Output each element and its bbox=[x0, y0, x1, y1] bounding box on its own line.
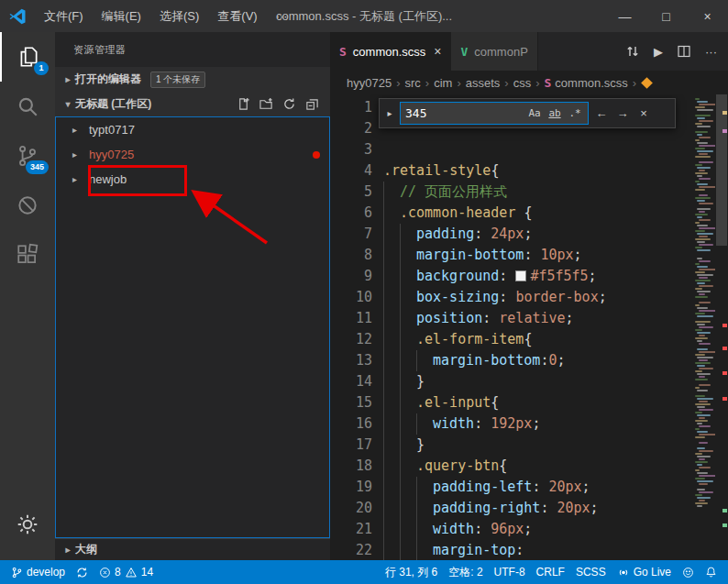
status-bar: develop 8 14 行 31, 列 6 空格: 2 UTF-8 CRLF … bbox=[0, 560, 728, 584]
go-live-item[interactable]: Go Live bbox=[612, 566, 677, 578]
line-content: padding-left: 20px; bbox=[383, 477, 590, 498]
tree-item-newjob[interactable]: ▸newjob bbox=[56, 167, 329, 192]
breadcrumb-item[interactable]: hyy0725 bbox=[347, 76, 392, 90]
editor-actions: ▶ ··· bbox=[614, 32, 728, 71]
line-number: 22 bbox=[330, 540, 383, 560]
menu-file[interactable]: 文件(F) bbox=[35, 0, 93, 32]
breadcrumb-separator-icon: › bbox=[633, 76, 636, 90]
maximize-icon[interactable]: □ bbox=[645, 0, 687, 32]
menu-view[interactable]: 查看(V) bbox=[208, 0, 266, 32]
line-number: 11 bbox=[330, 308, 383, 329]
outline-section[interactable]: ▸ 大纲 bbox=[55, 538, 330, 560]
code-line: 5// 页面公用样式 bbox=[330, 182, 693, 203]
tree-item-typt0717[interactable]: ▸typt0717 bbox=[56, 117, 329, 142]
breadcrumb-item[interactable]: cim bbox=[434, 76, 452, 90]
tab-common-scss[interactable]: S common.scss × bbox=[330, 32, 451, 71]
sync-changes-icon[interactable] bbox=[625, 44, 640, 59]
code-token: : bbox=[515, 542, 524, 558]
collapse-all-icon[interactable] bbox=[305, 97, 319, 111]
breadcrumb-item[interactable]: assets bbox=[466, 76, 501, 90]
indentation[interactable]: 空格: 2 bbox=[443, 565, 488, 580]
sync-icon[interactable] bbox=[71, 567, 94, 578]
cursor-position[interactable]: 行 31, 列 6 bbox=[380, 565, 443, 580]
eol-sequence[interactable]: CRLF bbox=[531, 566, 570, 578]
new-file-icon[interactable] bbox=[237, 97, 250, 111]
extensions-icon[interactable] bbox=[0, 230, 55, 280]
vue-file-icon: V bbox=[460, 45, 468, 59]
explorer-icon[interactable]: 1 bbox=[0, 32, 55, 82]
regex-icon[interactable]: .* bbox=[567, 107, 583, 119]
toggle-replace-icon[interactable]: ▸ bbox=[384, 108, 395, 118]
window-controls: — □ × bbox=[604, 0, 728, 32]
code-token: : bbox=[482, 310, 499, 326]
error-count: 8 bbox=[115, 566, 121, 578]
minimap[interactable] bbox=[693, 94, 715, 560]
statusbar-right: 行 31, 列 6 空格: 2 UTF-8 CRLF SCSS Go Live bbox=[380, 565, 722, 580]
line-number: 9 bbox=[330, 266, 383, 287]
code-token: padding-left bbox=[433, 479, 532, 495]
open-editors-section[interactable]: ▸ 打开的编辑器 1 个未保存 bbox=[55, 67, 330, 92]
code-content[interactable]: 1234.retail-style{5// 页面公用样式6.common-hea… bbox=[330, 94, 693, 560]
refresh-icon[interactable] bbox=[282, 97, 296, 111]
blocked-circle-icon[interactable] bbox=[0, 181, 55, 230]
source-control-icon[interactable]: 345 bbox=[0, 131, 55, 181]
code-token: ; bbox=[524, 226, 532, 242]
close-icon[interactable]: × bbox=[687, 0, 728, 32]
breadcrumb-item[interactable]: common.scss bbox=[555, 76, 627, 90]
breadcrumb-item[interactable]: src bbox=[405, 76, 421, 90]
indent-guide bbox=[416, 498, 433, 519]
feedback-icon[interactable] bbox=[677, 567, 700, 578]
indent-guide bbox=[416, 477, 433, 498]
indent-guide bbox=[383, 182, 400, 203]
explorer-actions bbox=[237, 97, 330, 111]
workspace-section[interactable]: ▾ 无标题 (工作区) bbox=[55, 92, 330, 116]
tree-item-hyy0725[interactable]: ▸hyy0725 bbox=[56, 142, 329, 167]
indent-guide bbox=[383, 498, 400, 519]
code-line: 19padding-left: 20px; bbox=[330, 477, 693, 498]
code-line: 8margin-bottom: 10px; bbox=[330, 245, 693, 266]
code-token: { bbox=[524, 331, 532, 347]
code-token: ; bbox=[524, 521, 532, 537]
menu-selection[interactable]: 选择(S) bbox=[150, 0, 208, 32]
tab-close-icon[interactable]: × bbox=[434, 44, 441, 59]
new-folder-icon[interactable] bbox=[259, 97, 273, 111]
problems-item[interactable]: 8 14 bbox=[94, 566, 159, 578]
editor-scrollbar[interactable] bbox=[715, 94, 728, 560]
indent-guide bbox=[383, 540, 400, 560]
window-title: common.scss - 无标题 (工作区)... bbox=[276, 8, 452, 25]
indent-guide bbox=[416, 540, 433, 560]
code-line: 14} bbox=[330, 371, 693, 392]
code-token: #f5f5f5 bbox=[530, 268, 588, 284]
file-tree[interactable]: ▸typt0717▸hyy0725▸newjob bbox=[55, 116, 330, 538]
line-content: padding-right: 20px; bbox=[383, 498, 599, 519]
indent-guide bbox=[400, 371, 416, 392]
more-actions-icon[interactable]: ··· bbox=[705, 45, 717, 59]
git-branch-item[interactable]: develop bbox=[6, 566, 71, 578]
breadcrumb-item[interactable]: css bbox=[513, 76, 532, 90]
tab-commonp[interactable]: V commonP bbox=[451, 32, 537, 71]
menu-edit[interactable]: 编辑(E) bbox=[93, 0, 150, 32]
search-icon[interactable] bbox=[0, 82, 55, 131]
notifications-bell-icon[interactable] bbox=[700, 566, 722, 578]
find-next-icon[interactable]: → bbox=[614, 106, 631, 120]
line-content: .common-header { bbox=[383, 203, 533, 224]
match-case-icon[interactable]: Aa bbox=[526, 107, 543, 119]
find-close-icon[interactable]: × bbox=[635, 106, 652, 120]
code-token: : bbox=[499, 268, 515, 284]
whole-word-icon[interactable]: ab bbox=[546, 107, 563, 119]
run-icon[interactable]: ▶ bbox=[654, 45, 663, 59]
code-line: 22margin-top: bbox=[330, 540, 693, 560]
encoding[interactable]: UTF-8 bbox=[489, 566, 531, 578]
find-previous-icon[interactable]: ← bbox=[593, 106, 610, 120]
language-mode[interactable]: SCSS bbox=[570, 566, 612, 578]
color-swatch bbox=[515, 270, 526, 281]
find-input[interactable]: 345 Aa ab .* bbox=[400, 102, 589, 125]
breadcrumbs: hyy0725›src›cim›assets›css›Scommon.scss› bbox=[330, 71, 728, 94]
minimize-icon[interactable]: — bbox=[604, 0, 645, 32]
split-editor-icon[interactable] bbox=[677, 44, 691, 59]
code-token: } bbox=[416, 436, 425, 453]
scrollbar-thumb[interactable] bbox=[716, 94, 727, 246]
tab-label: commonP bbox=[474, 45, 528, 59]
code-token: : bbox=[474, 415, 491, 432]
settings-gear-icon[interactable] bbox=[0, 500, 55, 549]
